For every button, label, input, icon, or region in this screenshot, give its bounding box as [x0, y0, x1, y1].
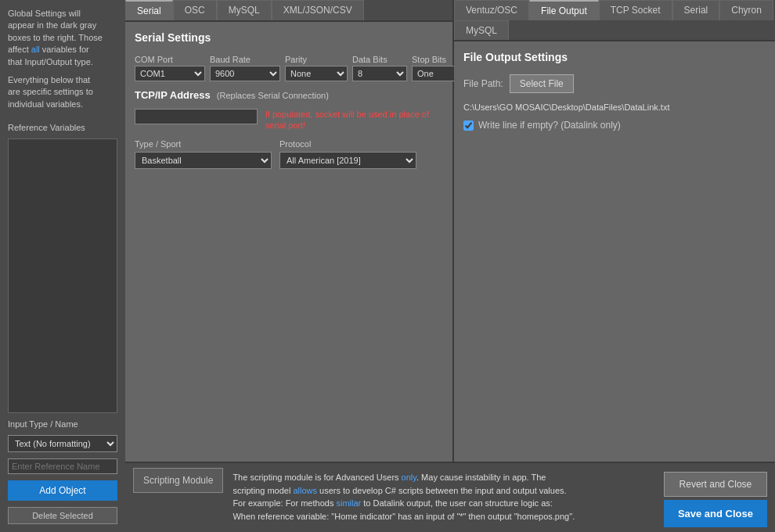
tcp-ip-header: TCP/IP Address (Replaces Serial Connecti… [135, 89, 443, 101]
write-line-label: Write line if empty? (Datalink only) [478, 120, 621, 131]
protocol-label: Protocol [279, 139, 416, 149]
tcp-ip-subtitle: (Replaces Serial Connection) [217, 91, 329, 100]
tab-mysql-out[interactable]: MySQL [454, 20, 509, 40]
parity-header: Parity [285, 55, 348, 64]
scripting-line-3: For example: For methods similar to Data… [232, 498, 552, 508]
com-port-select[interactable]: COM1COM2COM3COM4 [135, 66, 205, 81]
bottom-bar: Scripting Module The scripting module is… [125, 462, 775, 532]
below-line-1: Everything below that [8, 75, 90, 84]
global-text-4: affect all variables for [8, 45, 89, 54]
file-output-title: File Output Settings [463, 51, 766, 63]
add-object-button[interactable]: Add Object [8, 480, 117, 501]
global-text-6: that Input/Output type. [8, 57, 93, 66]
reference-vars-box [8, 138, 117, 413]
file-path-value: C:\Users\GO MOSAIC\Desktop\DataFiles\Dat… [463, 102, 766, 112]
all-text: all [31, 45, 40, 54]
action-buttons: Revert and Close Save and Close [664, 468, 767, 527]
parity-select[interactable]: NoneOddEvenMarkSpace [285, 66, 348, 81]
data-bits-select[interactable]: 5678 [352, 66, 407, 81]
tab-serial-out[interactable]: Serial [672, 0, 720, 20]
global-text-1: Global Settings will [8, 9, 81, 18]
serial-settings-grid: COM Port Baud Rate Parity Data Bits Stop… [135, 55, 443, 81]
global-settings-text: Global Settings will appear in the dark … [8, 8, 117, 68]
delete-selected-button[interactable]: Delete Selected [8, 507, 117, 524]
write-line-row: Write line if empty? (Datalink only) [463, 120, 766, 131]
scripting-line-4: When reference variable: "Home indicator… [232, 512, 575, 521]
below-line-3: individual variables. [8, 99, 83, 109]
below-line-2: are specific settings to [8, 87, 93, 96]
file-output-panel: Ventuz/OSC File Output TCP Socket Serial… [454, 0, 775, 462]
right-panel: Serial OSC MySQL XML/JSON/CSV Serial Set… [125, 0, 775, 532]
below-text: Everything below that are specific setti… [8, 74, 117, 110]
scripting-line-2: scripting model allows users to develop … [232, 486, 566, 495]
tcp-warning: If populated, socket will be used in pla… [265, 109, 443, 131]
input-type-label: Input Type / Name [8, 419, 117, 429]
scripting-module-button[interactable]: Scripting Module [133, 468, 223, 493]
tab-ventuz-osc[interactable]: Ventuz/OSC [454, 0, 529, 20]
serial-panel: Serial OSC MySQL XML/JSON/CSV Serial Set… [125, 0, 454, 462]
tab-file-output[interactable]: File Output [529, 0, 599, 20]
type-sport-label: Type / Sport [135, 139, 272, 149]
panels-row: Serial OSC MySQL XML/JSON/CSV Serial Set… [125, 0, 775, 462]
file-tab-bar: Ventuz/OSC File Output TCP Socket Serial… [454, 0, 775, 41]
file-path-label: File Path: [463, 78, 503, 89]
tab-serial[interactable]: Serial [125, 0, 173, 20]
tcp-ip-title: TCP/IP Address [135, 89, 211, 101]
tab-xml-json-csv[interactable]: XML/JSON/CSV [272, 0, 364, 20]
sport-col: Type / Sport BasketballFootballBaseballS… [135, 139, 272, 169]
input-type-select[interactable]: Text (No formatting) [8, 435, 117, 452]
scripting-line-1: The scripting module is for Advanced Use… [232, 473, 546, 482]
data-bits-header: Data Bits [352, 55, 407, 64]
tab-osc[interactable]: OSC [173, 0, 217, 20]
ref-name-input[interactable] [8, 458, 117, 474]
serial-settings-title: Serial Settings [135, 31, 443, 44]
sport-protocol-row: Type / Sport BasketballFootballBaseballS… [135, 139, 443, 169]
sidebar: Global Settings will appear in the dark … [0, 0, 125, 532]
baud-rate-header: Baud Rate [210, 55, 280, 64]
com-port-header: COM Port [135, 55, 205, 64]
scripting-text: The scripting module is for Advanced Use… [223, 468, 664, 527]
revert-and-close-button[interactable]: Revert and Close [664, 472, 767, 497]
global-text-3: boxes to the right. Those [8, 33, 103, 42]
tcp-ip-input[interactable] [135, 109, 258, 124]
tab-tcp-socket[interactable]: TCP Socket [599, 0, 672, 20]
protocol-select[interactable]: All American [2019]DaktronicsOESNevco [279, 152, 416, 169]
save-and-close-button[interactable]: Save and Close [664, 500, 767, 527]
sport-select[interactable]: BasketballFootballBaseballSoccer [135, 152, 272, 169]
global-text-2: appear in the dark gray [8, 20, 96, 30]
protocol-col: Protocol All American [2019]DaktronicsOE… [279, 139, 416, 169]
write-line-checkbox[interactable] [463, 120, 474, 131]
tab-mysql[interactable]: MySQL [217, 0, 272, 20]
baud-rate-select[interactable]: 9600192003840057600115200 [210, 66, 280, 81]
serial-tab-bar: Serial OSC MySQL XML/JSON/CSV [125, 0, 452, 22]
tab-chyron[interactable]: Chyron [719, 0, 773, 20]
select-file-button[interactable]: Select File [510, 74, 574, 93]
file-output-content: File Output Settings File Path: Select F… [454, 41, 775, 462]
serial-panel-content: Serial Settings COM Port Baud Rate Parit… [125, 22, 452, 462]
tcp-ip-row: If populated, socket will be used in pla… [135, 109, 443, 131]
reference-vars-label: Reference Variables [8, 123, 117, 132]
file-path-row: File Path: Select File [463, 74, 766, 93]
